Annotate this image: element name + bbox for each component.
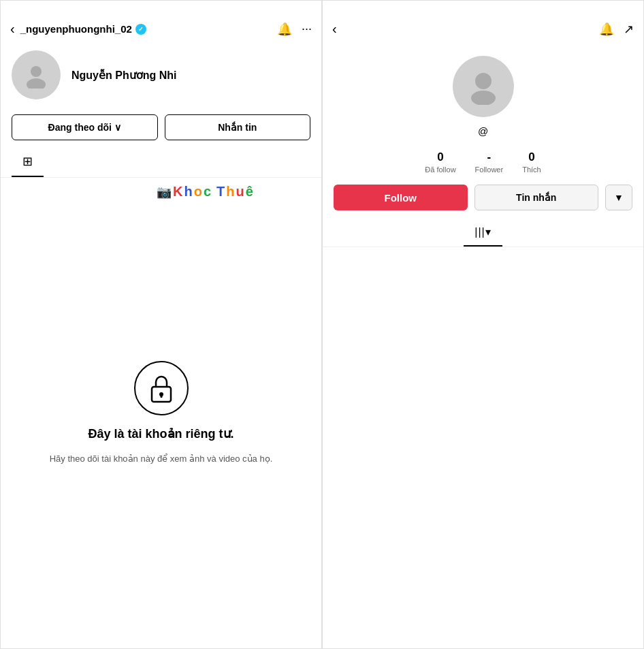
left-profile-name: Nguyễn Phương Nhi [71, 69, 176, 82]
like-count: 0 [528, 151, 534, 164]
svg-rect-4 [160, 394, 162, 398]
follow-stat: 0 Đã follow [425, 151, 455, 174]
right-stats-row: 0 Đã follow - Follower 0 Thích [323, 145, 643, 179]
right-status-bar [323, 1, 643, 16]
left-username: _nguyenphuongnhi_02 ✓ [20, 23, 272, 35]
left-status-bar [1, 1, 321, 16]
right-avatar-icon [466, 68, 500, 105]
left-tabs-row: ⊞ [1, 147, 321, 178]
lock-icon [148, 373, 175, 403]
right-grid-tab[interactable]: |||▾ [464, 219, 502, 247]
follow-label: Đang theo dõi [48, 122, 112, 133]
right-message-button[interactable]: Tin nhắn [474, 185, 599, 210]
follow-button[interactable]: Đang theo dõi ∨ [12, 114, 158, 140]
private-description: Hãy theo dõi tài khoản này để xem ảnh và… [50, 452, 273, 466]
right-header-icons: 🔔 ↗ [599, 22, 634, 37]
left-header: ‹ _nguyenphuongnhi_02 ✓ 🔔 ··· [1, 16, 321, 42]
avatar-icon [22, 61, 50, 89]
right-follow-button[interactable]: Follow [334, 185, 468, 210]
right-dropdown-button[interactable]: ▼ [605, 185, 632, 210]
more-icon[interactable]: ··· [302, 22, 312, 36]
right-tabs-row: |||▾ [323, 219, 643, 247]
private-title: Đây là tài khoản riêng tư. [88, 426, 234, 441]
bell-icon[interactable]: 🔔 [277, 22, 292, 37]
right-profile-section: @ [323, 42, 643, 145]
like-label: Thích [522, 165, 541, 174]
svg-point-0 [31, 66, 42, 77]
right-bell-icon[interactable]: 🔔 [599, 22, 614, 37]
follower-count: - [487, 151, 492, 164]
follow-label: Đã follow [425, 165, 455, 174]
grid-icon: ⊞ [22, 155, 33, 168]
private-section: Đây là tài khoản riêng tư. Hãy theo dõi … [1, 178, 321, 648]
left-avatar [12, 50, 61, 99]
like-stat: 0 Thích [522, 151, 541, 174]
grid-tab[interactable]: ⊞ [12, 147, 44, 177]
message-button[interactable]: Nhắn tin [165, 114, 311, 140]
right-back-button[interactable]: ‹ [332, 21, 337, 37]
follower-label: Follower [475, 165, 504, 174]
left-back-button[interactable]: ‹ [10, 21, 15, 37]
follow-dropdown-icon: ∨ [114, 122, 121, 133]
username-text: _nguyenphuongnhi_02 [20, 23, 132, 35]
left-profile-section: Nguyễn Phương Nhi [1, 42, 321, 108]
left-panel: ‹ _nguyenphuongnhi_02 ✓ 🔔 ··· Nguyễn Phư… [0, 0, 322, 649]
left-action-buttons: Đang theo dõi ∨ Nhắn tin [1, 108, 321, 147]
svg-point-5 [475, 73, 492, 89]
lock-circle [134, 361, 189, 415]
right-share-icon[interactable]: ↗ [624, 22, 634, 37]
svg-point-1 [27, 78, 46, 89]
right-panel: ‹ 🔔 ↗ @ 0 Đã follow - Follower 0 Thích [322, 0, 644, 649]
right-at-symbol: @ [478, 125, 488, 137]
right-header: ‹ 🔔 ↗ [323, 16, 643, 42]
svg-point-6 [471, 91, 496, 105]
right-avatar [453, 56, 514, 117]
follow-count: 0 [437, 151, 443, 164]
right-bar-icon: |||▾ [474, 226, 491, 238]
left-header-icons: 🔔 ··· [277, 22, 312, 37]
verified-badge: ✓ [135, 24, 146, 35]
follower-stat: - Follower [475, 151, 504, 174]
right-content-area [323, 247, 643, 648]
right-action-buttons: Follow Tin nhắn ▼ [323, 179, 643, 219]
